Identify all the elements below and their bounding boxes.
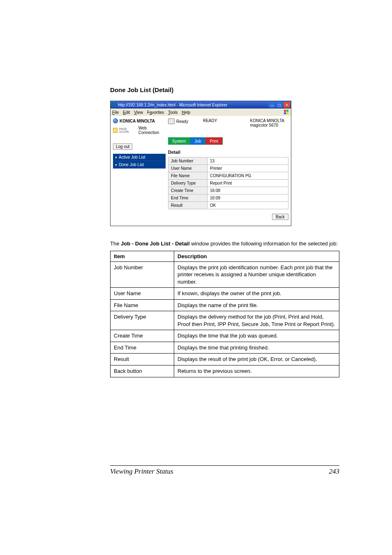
key-user-name: User Name [168, 165, 208, 172]
svg-rect-0 [284, 110, 286, 112]
triangle-icon [115, 156, 117, 158]
row-result: ResultOK [168, 202, 288, 209]
cell-desc: Returns to the previous screen. [174, 365, 339, 377]
nav-active-job-list[interactable]: Active Job List [113, 154, 166, 161]
intro-bold: Job - Done Job List - Detail [121, 240, 190, 247]
th-item: Item [111, 251, 174, 261]
footer-rule [110, 465, 339, 466]
intro-post: window provides the following informatio… [190, 240, 338, 247]
table-row: Create TimeDisplays the time that the jo… [111, 330, 339, 342]
cell-item: Create Time [111, 330, 174, 342]
table-row: ResultDisplays the result of the print j… [111, 354, 339, 365]
menu-favorites[interactable]: Favorites [147, 110, 164, 115]
logout-button[interactable]: Log out [113, 143, 132, 150]
cell-desc: If known, displays the owner of the prin… [174, 288, 339, 300]
row-file-name: File NameCONFIGURATION PG [168, 172, 288, 180]
key-create-time: Create Time [168, 187, 208, 194]
menu-tools[interactable]: Tools [168, 110, 178, 115]
tab-job[interactable]: Job [190, 137, 205, 145]
pagescope-label: PAGE SCOPE Web Connection [113, 126, 166, 135]
status-row: Ready READY KONICA MINOLTA magicolor 567… [168, 118, 288, 127]
row-job-number: Job Number13 [168, 157, 288, 165]
svg-rect-1 [286, 110, 288, 112]
brand-text: KONICA MINOLTA [120, 119, 155, 123]
cell-item: Back button [111, 365, 174, 377]
table-row: User NameIf known, displays the owner of… [111, 288, 339, 300]
back-row: Back [168, 209, 288, 223]
cell-desc: Displays the delivery method for the job… [174, 311, 339, 330]
key-end-time: End Time [168, 194, 208, 202]
row-end-time: End Time16:09 [168, 194, 288, 202]
triangle-icon [115, 164, 117, 166]
ie-icon [111, 102, 116, 107]
table-row: Delivery TypeDisplays the delivery metho… [111, 311, 339, 330]
svg-rect-2 [284, 112, 286, 114]
maximize-button[interactable]: □ [276, 102, 283, 108]
cell-item: Result [111, 354, 174, 365]
page-footer: Viewing Printer Status 243 [110, 465, 339, 476]
nav-active-label: Active Job List [119, 155, 145, 160]
close-button[interactable]: × [284, 102, 290, 108]
nav-done-label: Done Job List [119, 162, 144, 167]
window-titlebar: http://192.168.1.2/m_index.html - Micros… [111, 101, 291, 109]
cell-item: Job Number [111, 261, 174, 288]
val-create-time: 16:08 [208, 187, 288, 194]
menu-view[interactable]: View [134, 110, 143, 115]
tab-print[interactable]: Print [205, 137, 223, 145]
menu-help[interactable]: Help [182, 110, 190, 115]
cell-desc: Displays the time that the job was queue… [174, 330, 339, 342]
cell-item: User Name [111, 288, 174, 300]
tab-system[interactable]: System [168, 137, 190, 145]
intro-pre: The [110, 240, 121, 247]
table-row: File NameDisplays the name of the print … [111, 299, 339, 311]
table-row: Job NumberDisplays the print job identif… [111, 261, 339, 288]
cell-desc: Displays the result of the print job (OK… [174, 354, 339, 365]
cell-desc: Displays the name of the print file. [174, 299, 339, 311]
window-buttons: – □ × [269, 102, 290, 108]
section-heading: Done Job List (Detail) [110, 86, 339, 93]
footer-page-number: 243 [329, 467, 340, 476]
minimize-button[interactable]: – [269, 102, 275, 108]
pagescope-icon [113, 128, 118, 133]
window-title: http://192.168.1.2/m_index.html - Micros… [118, 103, 269, 107]
val-delivery-type: Report Print [208, 180, 288, 187]
menu-file[interactable]: File [112, 110, 119, 115]
row-delivery-type: Delivery TypeReport Print [168, 180, 288, 187]
screenshot-panel: http://192.168.1.2/m_index.html - Micros… [110, 101, 291, 226]
th-description: Description [174, 251, 339, 261]
table-row: End TimeDisplays the time that printing … [111, 342, 339, 354]
key-result: Result [168, 202, 208, 209]
key-file-name: File Name [168, 172, 208, 180]
ready-label: Ready [176, 119, 188, 124]
val-job-number: 13 [208, 157, 288, 165]
row-create-time: Create Time16:08 [168, 187, 288, 194]
menu-edit[interactable]: Edit [123, 110, 130, 115]
windows-flag-icon [284, 109, 289, 115]
footer-title: Viewing Printer Status [110, 467, 173, 476]
cell-desc: Displays the time that printing finished… [174, 342, 339, 354]
table-row: Back buttonReturns to the previous scree… [111, 365, 339, 377]
globe-icon [113, 118, 118, 123]
val-user-name: Printer [208, 165, 288, 172]
nav-done-job-list[interactable]: Done Job List [113, 161, 166, 169]
printer-icon [168, 118, 175, 124]
side-nav: Active Job List Done Job List [113, 154, 166, 169]
cell-item: Delivery Type [111, 311, 174, 330]
cell-item: End Time [111, 342, 174, 354]
detail-table: Job Number13 User NamePrinter File NameC… [168, 157, 288, 209]
webconnection-text: Web Connection [138, 126, 166, 135]
intro-paragraph: The Job - Done Job List - Detail window … [110, 240, 339, 247]
description-table: Item Description Job NumberDisplays the … [110, 251, 339, 377]
device-model: magicolor 5670 [250, 123, 284, 127]
cell-item: File Name [111, 299, 174, 311]
val-file-name: CONFIGURATION PG [208, 172, 288, 180]
tab-bar: System Job Print [168, 137, 288, 145]
brand-logo: KONICA MINOLTA [113, 118, 166, 123]
svg-rect-3 [286, 112, 288, 114]
detail-heading: Detail [168, 150, 288, 155]
val-result: OK [208, 202, 288, 209]
val-end-time: 16:09 [208, 194, 288, 202]
ready-status: READY [203, 118, 217, 123]
back-button[interactable]: Back [272, 214, 288, 220]
device-info: KONICA MINOLTA magicolor 5670 [250, 118, 284, 127]
